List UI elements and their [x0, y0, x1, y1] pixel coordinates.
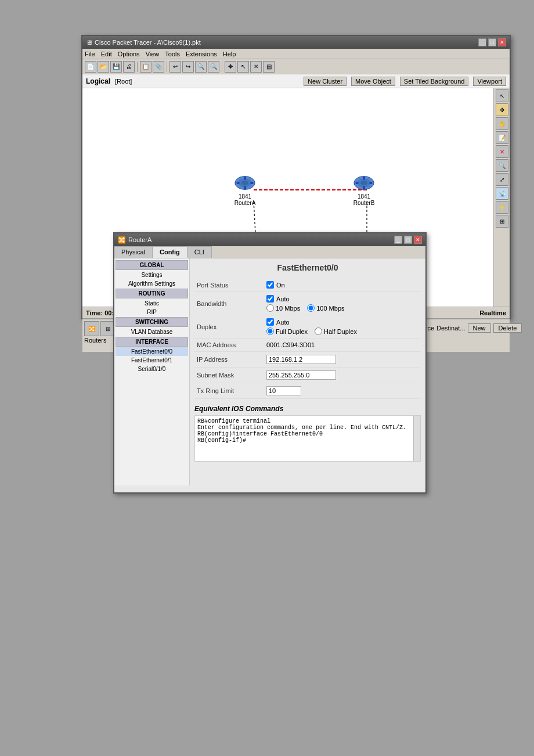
redo-button[interactable]: ↪ [182, 61, 194, 73]
viewport-button[interactable]: Viewport [473, 77, 506, 86]
logical-bar: Logical [Root] New Cluster Move Object S… [82, 74, 510, 88]
zoom-out-button[interactable]: 🔍 [208, 61, 219, 73]
cluster-tool[interactable]: ⊞ [496, 215, 508, 228]
menu-view[interactable]: View [146, 51, 160, 57]
menu-bar: File Edit Options View Tools Extensions … [82, 49, 510, 59]
bw-100-label: 100 Mbps [307, 304, 344, 312]
new-scenario-button[interactable]: New [468, 323, 491, 333]
move-object-button[interactable]: Move Object [351, 77, 395, 86]
ios-terminal[interactable]: RB#configure terminal Enter configuratio… [194, 415, 421, 462]
routerA-label: 1841RouterA [234, 193, 256, 206]
move-button[interactable]: ✥ [225, 61, 236, 73]
menu-file[interactable]: File [85, 51, 95, 57]
save-button[interactable]: 💾 [110, 61, 122, 73]
move-tool[interactable]: ✥ [496, 103, 508, 116]
nav-interface-header[interactable]: INTERFACE [116, 337, 188, 347]
bandwidth-auto-checkbox[interactable] [266, 295, 274, 303]
inspect-tool[interactable]: 🔍 [496, 159, 508, 172]
port-status-checkbox[interactable] [266, 281, 274, 289]
paste-button[interactable]: 📎 [153, 61, 164, 73]
ios-line-4: RB(config-if)# [197, 437, 418, 444]
port-status-value: On [264, 278, 421, 292]
subnet-mask-row: Subnet Mask [194, 368, 421, 383]
copy-button[interactable]: 📋 [140, 61, 151, 73]
nav-fast-ethernet-01[interactable]: FastEthernet0/1 [116, 356, 188, 365]
scrollbar[interactable] [413, 416, 420, 461]
note-tool[interactable]: 📝 [496, 131, 508, 144]
ios-line-3: RB(config)#interface FastEthernet0/0 [197, 431, 418, 437]
device-tool[interactable]: 📡 [496, 187, 508, 200]
toolbar-sep3 [222, 62, 222, 72]
device-routerA[interactable]: 1841RouterA [233, 172, 257, 206]
destination-label: Destinat... [436, 325, 466, 332]
interface-title: FastEthernet0/0 [194, 263, 421, 272]
hand-tool[interactable]: ✋ [496, 117, 508, 130]
duplex-auto-checkbox[interactable] [266, 318, 274, 326]
menu-extensions[interactable]: Extensions [186, 51, 217, 57]
bandwidth-value: Auto 10 Mbps 100 Mbps [264, 292, 421, 315]
routera-controls: _ □ ✕ [394, 236, 422, 244]
tab-cli[interactable]: CLI [187, 246, 212, 258]
duplex-auto-group: Auto [266, 318, 418, 326]
open-button[interactable]: 📂 [98, 61, 109, 73]
tx-ring-limit-value [264, 383, 421, 399]
print-button[interactable]: 🖨 [123, 61, 135, 73]
ios-title: Equivalent IOS Commands [194, 405, 421, 413]
nav-global-header[interactable]: GLOBAL [116, 260, 188, 270]
delete-scenario-button[interactable]: Delete [493, 323, 522, 333]
mac-address-row: MAC Address 0001.C994.3D01 [194, 339, 421, 352]
tab-physical[interactable]: Physical [114, 246, 153, 258]
close-button[interactable]: ✕ [498, 38, 506, 46]
half-duplex-radio[interactable] [315, 327, 322, 335]
menu-tools[interactable]: Tools [165, 51, 180, 57]
new-cluster-button[interactable]: New Cluster [304, 77, 347, 86]
full-duplex-radio[interactable] [266, 327, 274, 335]
ip-address-input[interactable] [266, 355, 336, 364]
nav-routing-header[interactable]: ROUTING [116, 289, 188, 298]
device-routerB[interactable]: 1841RouterB [352, 172, 376, 206]
router-type-icon[interactable]: 🔀 [84, 321, 99, 336]
duplex-label: Duplex [194, 315, 264, 339]
routera-maximize[interactable]: □ [404, 236, 412, 244]
palette-button[interactable]: ▤ [263, 61, 275, 73]
menu-edit[interactable]: Edit [101, 51, 112, 57]
delete-button[interactable]: ✕ [250, 61, 262, 73]
maximize-button[interactable]: □ [488, 38, 496, 46]
bandwidth-row: Bandwidth Auto 10 Mbps [194, 292, 421, 315]
subnet-mask-input[interactable] [266, 370, 336, 380]
connect-tool[interactable]: ⚡ [496, 201, 508, 214]
bw-10-radio[interactable] [266, 304, 274, 312]
tab-config[interactable]: Config [153, 246, 187, 258]
half-duplex-label: Half Duplex [315, 327, 357, 335]
nav-static[interactable]: Static [116, 299, 188, 308]
undo-button[interactable]: ↩ [169, 61, 181, 73]
nav-fast-ethernet-00[interactable]: FastEthernet0/0 [116, 347, 188, 356]
svg-point-5 [241, 181, 248, 185]
menu-help[interactable]: Help [223, 51, 236, 57]
nav-serial-010[interactable]: Serial0/1/0 [116, 365, 188, 373]
new-button[interactable]: 📄 [85, 61, 96, 73]
routera-minimize[interactable]: _ [394, 236, 402, 244]
select-button[interactable]: ↖ [237, 61, 249, 73]
realtime-label: Realtime [479, 309, 506, 316]
minimize-button[interactable]: _ [478, 38, 486, 46]
delete-tool[interactable]: ✕ [496, 145, 508, 158]
bw-100-radio[interactable] [307, 304, 315, 312]
tx-ring-limit-input[interactable] [266, 386, 301, 395]
routera-close[interactable]: ✕ [414, 236, 422, 244]
nav-algorithm-settings[interactable]: Algorithm Settings [116, 279, 188, 288]
ip-address-value [264, 352, 421, 368]
nav-settings[interactable]: Settings [116, 271, 188, 279]
full-duplex-label: Full Duplex [266, 327, 308, 335]
menu-options[interactable]: Options [118, 51, 140, 57]
ios-commands-section: Equivalent IOS Commands RB#configure ter… [194, 405, 421, 462]
resize-tool[interactable]: ⤢ [496, 173, 508, 186]
nav-switching-header[interactable]: SWITCHING [116, 317, 188, 327]
nav-vlan-database[interactable]: VLAN Database [116, 327, 188, 336]
ios-line-1: RB#configure terminal [197, 418, 418, 424]
zoom-in-button[interactable]: 🔍 [195, 61, 207, 73]
tabs-bar: Physical Config CLI [114, 246, 425, 258]
set-tiled-bg-button[interactable]: Set Tiled Background [400, 77, 469, 86]
nav-rip[interactable]: RIP [116, 308, 188, 316]
select-tool[interactable]: ↖ [496, 89, 508, 102]
